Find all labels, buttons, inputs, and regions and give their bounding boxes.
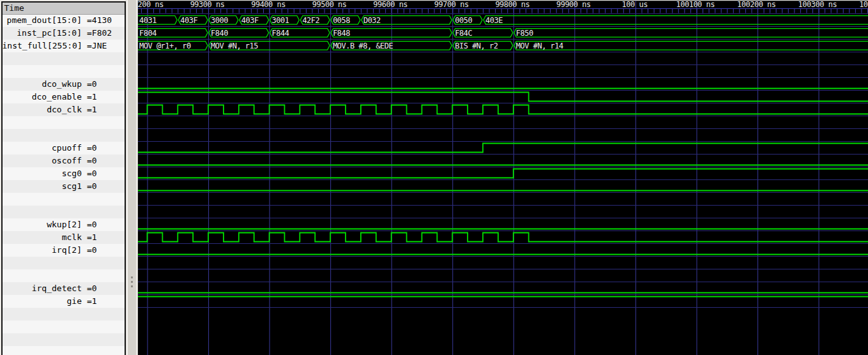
bus-value-label: 403F: [180, 16, 197, 25]
waveform-viewer-window: Time pmem_dout[15:0]=4130inst_pc[15:0]=F…: [0, 0, 868, 355]
signal-name-label: scg1: [3, 180, 82, 193]
signal-row-dco_enable[interactable]: dco_enable=1: [3, 91, 125, 103]
bus-value-label: 0050: [455, 16, 472, 25]
signal-list: pmem_dout[15:0]=4130inst_pc[15:0]=F802in…: [3, 15, 125, 355]
signal-row-scg0[interactable]: scg0=0: [3, 167, 125, 180]
signal-value-label: =0: [87, 218, 97, 231]
timeline-label: 99600 ns: [373, 0, 407, 9]
pane-splitter-handle[interactable]: [126, 0, 138, 355]
signal-value-label: =0: [87, 180, 97, 193]
bus-value-label: F84C: [455, 29, 472, 38]
splitter-shadow: [136, 0, 137, 355]
signal-row-inst_full2550[interactable]: inst_full[255:0]=JNE: [3, 40, 125, 52]
signal-name-label: inst_pc[15:0]: [3, 27, 82, 40]
splitter-grip-icon: [131, 281, 133, 283]
bus-value-label: D032: [363, 16, 381, 25]
signal-row-blank: [3, 333, 125, 346]
bus-value-label: 42F2: [302, 16, 319, 25]
bus-value-label: 403F: [241, 16, 259, 25]
signal-name-label: irq[2]: [3, 244, 82, 257]
signal-row-gie[interactable]: gie=1: [3, 295, 125, 308]
bus-value-label: 0058: [333, 16, 350, 25]
signal-value-label: =1: [87, 231, 97, 244]
signal-name-label: dco_wkup: [3, 78, 82, 91]
signal-row-blank: [3, 257, 125, 269]
signal-row-dco_wkup[interactable]: dco_wkup=0: [3, 78, 125, 91]
signal-row-oscoff[interactable]: oscoff=0: [3, 155, 125, 167]
signal-row-blank: [3, 308, 125, 321]
bus-value-label: 4031: [139, 16, 156, 25]
signal-name-panel: Time pmem_dout[15:0]=4130inst_pc[15:0]=F…: [0, 0, 126, 355]
signal-row-dco_clk[interactable]: dco_clk=1: [3, 103, 125, 116]
splitter-highlight: [126, 0, 128, 355]
signal-value-label: =0: [87, 244, 97, 257]
signal-row-scg1[interactable]: scg1=0: [3, 180, 125, 193]
bus-value-label: BIS #N, r2: [455, 42, 498, 50]
signal-row-blank: [3, 65, 125, 78]
signal-row-irq2[interactable]: irq[2]=0: [3, 244, 125, 257]
signal-value-label: =1: [87, 295, 97, 308]
signal-row-pmem_dout150[interactable]: pmem_dout[15:0]=4130: [3, 15, 125, 27]
timeline-label: 99500 ns: [312, 0, 347, 9]
timeline-label: 100200 ns: [737, 0, 776, 9]
bus-value-label: MOV @r1+, r0: [139, 42, 191, 50]
timeline-label: 99400 ns: [251, 0, 286, 9]
signal-name-label: mclk: [3, 231, 82, 244]
bus-value-label: F840: [211, 29, 228, 38]
bus-value-label: F844: [272, 29, 289, 38]
signal-name-label: pmem_dout[15:0]: [3, 15, 82, 27]
signal-value-label: =JNE: [87, 40, 107, 52]
timeline-label: 100100 ns: [676, 0, 715, 9]
signal-row-blank: [3, 269, 125, 282]
splitter-grip-icon: [131, 276, 133, 278]
signal-row-irq_detect[interactable]: irq_detect=0: [3, 282, 125, 295]
signal-value-label: =0: [87, 282, 97, 295]
signal-value-label: =0: [87, 155, 97, 167]
bus-value-label: MOV #N, r14: [516, 42, 563, 50]
signal-name-label: irq_detect: [3, 282, 82, 295]
signal-value-label: =1: [87, 103, 97, 116]
signal-value-label: =F802: [87, 27, 112, 40]
timeline-label: 99200 ns: [138, 0, 164, 9]
waveform-area[interactable]: 99200 ns99300 ns99400 ns99500 ns99600 ns…: [138, 0, 868, 355]
signal-name-label: scg0: [3, 167, 82, 180]
signal-row-blank: [3, 116, 125, 129]
signal-row-blank: [3, 321, 125, 333]
waveform-canvas[interactable]: 99200 ns99300 ns99400 ns99500 ns99600 ns…: [138, 0, 868, 355]
signal-name-label: oscoff: [3, 155, 82, 167]
signal-row-blank: [3, 346, 125, 355]
signal-row-blank: [3, 193, 125, 206]
timeline-label: 99800 ns: [495, 0, 529, 9]
bus-value-label: 403E: [485, 16, 503, 25]
signal-row-blank: [3, 52, 125, 65]
bus-value-label: 3001: [272, 16, 289, 25]
signal-value-label: =1: [87, 91, 97, 103]
timeline-label: 100300 ns: [798, 0, 837, 9]
signal-name-label: inst_full[255:0]: [3, 40, 82, 52]
signal-name-label: dco_enable: [3, 91, 82, 103]
splitter-grip-icon: [131, 285, 133, 287]
signal-row-inst_pc150[interactable]: inst_pc[15:0]=F802: [3, 27, 125, 40]
bus-value-label: F848: [333, 29, 350, 38]
signal-value-label: =0: [87, 142, 97, 155]
signal-row-cpuoff[interactable]: cpuoff=0: [3, 142, 125, 155]
signal-name-label: cpuoff: [3, 142, 82, 155]
signal-value-label: =0: [87, 78, 97, 91]
signal-row-mclk[interactable]: mclk=1: [3, 231, 125, 244]
timeline-label: 100 us: [622, 0, 648, 9]
signal-value-label: =4130: [87, 15, 112, 27]
time-column-header: Time: [3, 3, 125, 15]
signal-row-blank: [3, 206, 125, 218]
bus-value-label: 3000: [211, 16, 228, 25]
signal-row-wkup2[interactable]: wkup[2]=0: [3, 218, 125, 231]
bus-value-label: MOV.B #8, &EDE: [333, 42, 393, 50]
bus-value-label: F850: [516, 29, 533, 38]
signal-row-blank: [3, 129, 125, 142]
signal-value-label: =0: [87, 167, 97, 180]
signal-name-label: wkup[2]: [3, 218, 82, 231]
bus-value-label: MOV #N, r15: [211, 42, 258, 50]
timeline-label: 99700 ns: [434, 0, 469, 9]
timeline-label: 100400 ns: [859, 0, 868, 9]
signal-name-label: gie: [3, 295, 82, 308]
timeline-label: 99300 ns: [190, 0, 225, 9]
